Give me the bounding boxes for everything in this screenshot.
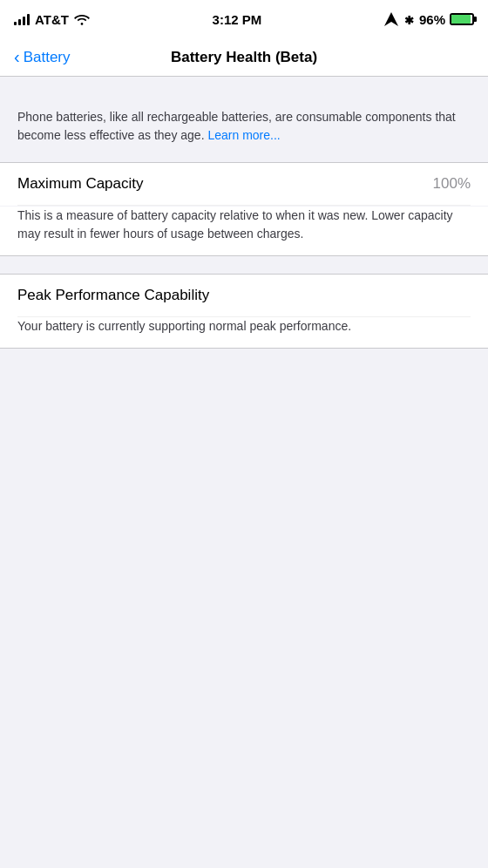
status-right: ✱ 96% — [384, 12, 474, 27]
info-description: Phone batteries, like all rechargeable b… — [17, 108, 471, 145]
peak-performance-description: Your battery is currently supporting nor… — [0, 317, 488, 348]
maximum-capacity-description: This is a measure of battery capacity re… — [0, 206, 488, 255]
maximum-capacity-row: Maximum Capacity 100% — [0, 163, 488, 205]
background-fill — [0, 349, 488, 680]
maximum-capacity-value: 100% — [433, 175, 471, 193]
maximum-capacity-label: Maximum Capacity — [17, 175, 144, 193]
section-gap-1 — [0, 256, 488, 274]
battery-status-icon — [450, 13, 474, 25]
svg-text:✱: ✱ — [404, 14, 414, 25]
signal-bars-icon — [14, 13, 30, 25]
back-label: Battery — [24, 49, 71, 66]
status-left: AT&T — [14, 12, 90, 27]
back-button[interactable]: ‹ Battery — [14, 49, 71, 66]
location-icon — [384, 12, 398, 26]
carrier-label: AT&T — [35, 12, 69, 27]
battery-percent-label: 96% — [419, 12, 445, 27]
bluetooth-icon: ✱ — [403, 13, 415, 25]
nav-bar: ‹ Battery Battery Health (Beta) — [0, 38, 488, 77]
status-bar: AT&T 3:12 PM ✱ 96% — [0, 0, 488, 38]
status-time: 3:12 PM — [213, 12, 262, 27]
peak-performance-section: Peak Performance Capability Your battery… — [0, 274, 488, 349]
content-area: Phone batteries, like all rechargeable b… — [0, 77, 488, 349]
info-section: Phone batteries, like all rechargeable b… — [0, 94, 488, 162]
page-title: Battery Health (Beta) — [171, 49, 317, 66]
svg-marker-0 — [384, 12, 398, 26]
wifi-icon — [74, 13, 90, 25]
maximum-capacity-section: Maximum Capacity 100% This is a measure … — [0, 162, 488, 256]
battery-fill — [451, 15, 471, 24]
learn-more-link[interactable]: Learn more... — [207, 128, 280, 142]
peak-performance-label: Peak Performance Capability — [17, 287, 209, 303]
peak-performance-title-row: Peak Performance Capability — [0, 275, 488, 316]
chevron-left-icon: ‹ — [14, 48, 20, 65]
